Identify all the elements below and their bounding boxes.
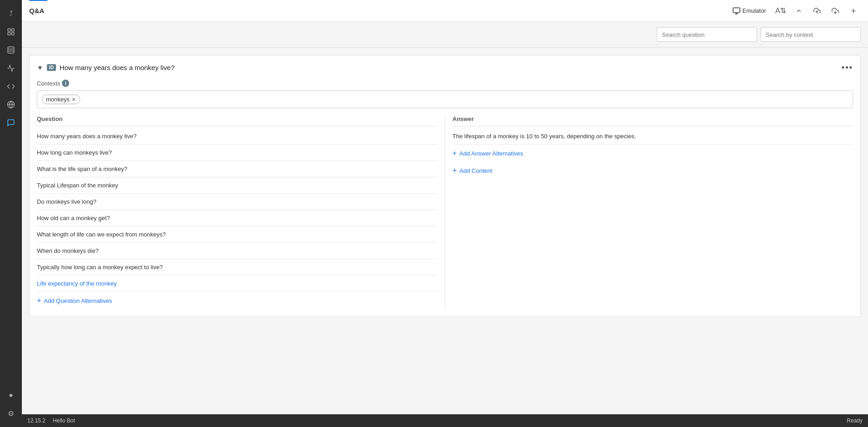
content-area: ▼ ID How many years does a monkey live? …: [22, 48, 868, 414]
add-content-button[interactable]: + Add Content: [452, 162, 853, 179]
settings-icon[interactable]: ⚙: [3, 405, 19, 422]
up-icon: [795, 7, 802, 15]
search-question-input[interactable]: [657, 27, 757, 42]
move-up-button[interactable]: [792, 4, 806, 18]
version-text: 12.15.2: [27, 417, 46, 424]
table-row[interactable]: When do monkeys die?: [37, 243, 437, 259]
search-context-input[interactable]: [761, 27, 861, 42]
qa-header: ▼ ID How many years does a monkey live? …: [37, 63, 853, 72]
question-column: Question How many years does a monkey li…: [37, 116, 437, 309]
table-row[interactable]: What length of life can we expect from m…: [37, 226, 437, 243]
chat-icon[interactable]: [3, 115, 19, 131]
table-row[interactable]: Typically how long can a monkey expect t…: [37, 259, 437, 276]
download-icon: [832, 7, 839, 15]
upload-icon: [813, 7, 821, 15]
page-title: Q&A: [29, 7, 44, 15]
svg-rect-9: [733, 8, 740, 13]
svg-rect-3: [12, 33, 14, 35]
question-col-header: Question: [37, 116, 437, 126]
analytics-icon[interactable]: [3, 60, 19, 76]
table-row[interactable]: How many years does a monkey live?: [37, 128, 437, 145]
sidebar: ⤴ ● ⚙: [0, 0, 22, 427]
qa-id-badge: ID: [47, 64, 56, 71]
qa-card: ▼ ID How many years does a monkey live? …: [29, 55, 861, 317]
table-row[interactable]: What is the life span of a monkey?: [37, 161, 437, 177]
upload-button[interactable]: [810, 4, 824, 18]
table-row[interactable]: How long can monkeys live?: [37, 145, 437, 161]
table-row[interactable]: Life expectancy of the monkey: [37, 276, 437, 292]
contexts-info-icon: i: [62, 80, 69, 87]
add-icon: [850, 7, 857, 15]
topbar-actions: Emulator A⇅: [729, 4, 861, 18]
translate-button[interactable]: A⇅: [773, 4, 788, 18]
statusbar: 12.15.2 Hello Bot Ready: [22, 414, 868, 427]
translate-icon[interactable]: [3, 96, 19, 113]
add-plus-icon: +: [452, 166, 457, 175]
add-question-alternatives-button[interactable]: + Add Question Alternatives: [37, 292, 437, 309]
add-plus-icon: +: [37, 296, 41, 305]
qa-columns: Question How many years does a monkey li…: [37, 116, 853, 309]
home-icon[interactable]: [3, 24, 19, 40]
status-text: Ready: [847, 417, 863, 424]
qa-title: How many years does a monkey live?: [60, 64, 838, 71]
answer-text: The lifespan of a monkey is 10 to 50 yea…: [452, 128, 853, 145]
emulator-label: Emulator: [742, 7, 766, 14]
grid-icon[interactable]: [3, 42, 19, 58]
table-row[interactable]: How old can a monkey get?: [37, 210, 437, 226]
context-tag: monkeys ✕: [42, 95, 80, 104]
tag-close-button[interactable]: ✕: [71, 96, 76, 103]
svg-rect-4: [8, 47, 14, 53]
more-menu-button[interactable]: •••: [842, 63, 853, 72]
svg-rect-1: [12, 29, 14, 31]
add-answer-alternatives-button[interactable]: + Add Answer Alternatives: [452, 145, 853, 162]
add-plus-icon: +: [452, 149, 457, 157]
answer-col-header: Answer: [452, 116, 853, 126]
column-divider: [445, 116, 445, 309]
share-icon[interactable]: ⤴: [3, 5, 19, 22]
emulator-button[interactable]: Emulator: [729, 5, 770, 17]
download-button[interactable]: [828, 4, 843, 18]
circle-icon[interactable]: ●: [3, 387, 19, 403]
contexts-label: Contexts i: [37, 80, 853, 87]
answer-column: Answer The lifespan of a monkey is 10 to…: [452, 116, 853, 309]
main-area: Q&A Emulator A⇅: [22, 0, 868, 427]
emulator-icon: [732, 7, 741, 15]
svg-rect-0: [8, 29, 10, 31]
table-row[interactable]: Typical Lifespan of the monkey: [37, 177, 437, 194]
contexts-box: monkeys ✕: [37, 90, 853, 108]
collapse-chevron[interactable]: ▼: [37, 64, 43, 71]
topbar: Q&A Emulator A⇅: [22, 0, 868, 22]
bot-name: Hello Bot: [53, 417, 75, 424]
search-bar: [22, 22, 868, 48]
table-row[interactable]: Do monkeys live long?: [37, 194, 437, 210]
add-button[interactable]: [846, 4, 861, 18]
translate-icon: A⇅: [775, 6, 786, 15]
svg-rect-2: [8, 33, 10, 35]
code-icon[interactable]: [3, 78, 19, 95]
